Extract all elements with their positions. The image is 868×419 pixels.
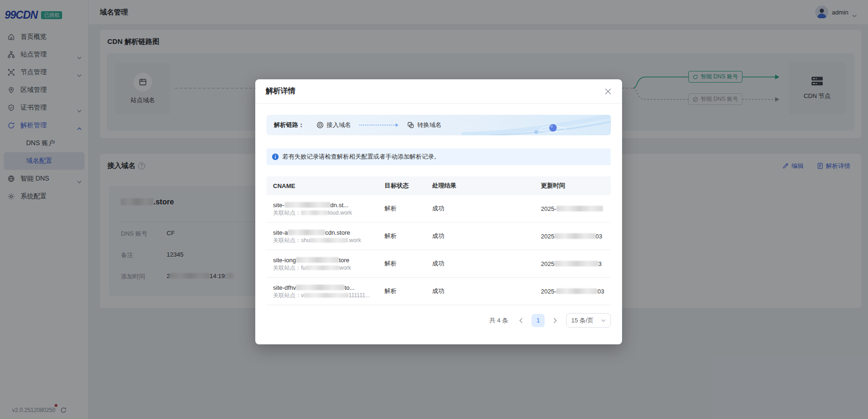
- redacted-text: [304, 293, 349, 298]
- result-cell: 成功: [426, 259, 534, 268]
- redacted-text: [296, 257, 339, 263]
- alert-text: 若有失败记录请检查解析相关配置或者手动添加解析记录。: [282, 153, 440, 161]
- resolution-table: CNAME 目标状态 处理结果 更新时间 site-dn.st... 关联站点：…: [266, 176, 611, 305]
- cname-cell: site-dn.st... 关联站点：loud.work: [266, 201, 378, 216]
- redacted-text: [296, 285, 344, 290]
- info-icon: [272, 154, 279, 160]
- domain-in-icon: [316, 121, 324, 129]
- page-size-select[interactable]: 15 条/页: [566, 313, 611, 328]
- table-row[interactable]: site-acdn.store 关联站点：shul.work 解析 成功 202…: [266, 223, 611, 250]
- redacted-text: [301, 210, 328, 215]
- table-row[interactable]: site-iongtore 关联站点：fuwork 解析 成功 20253: [266, 250, 611, 278]
- domain-transform-icon: [407, 121, 414, 129]
- pagination-total: 共 4 条: [490, 316, 508, 325]
- redacted-text: [556, 288, 597, 294]
- time-cell: 2025-03: [534, 288, 611, 295]
- time-cell: 2025-: [534, 205, 611, 212]
- prev-page-button[interactable]: [515, 314, 527, 327]
- info-alert: 若有失败记录请检查解析相关配置或者手动添加解析记录。: [266, 148, 611, 165]
- table-row[interactable]: site-dn.st... 关联站点：loud.work 解析 成功 2025-: [266, 195, 611, 223]
- result-cell: 成功: [426, 232, 534, 240]
- dotted-arrow: [359, 123, 399, 127]
- close-icon[interactable]: [604, 88, 612, 95]
- redacted-text: [554, 233, 595, 239]
- redacted-text: [310, 238, 346, 243]
- redacted-text: [554, 261, 598, 266]
- cname-cell: site-dfhvto... 关联站点：v111111...: [266, 284, 378, 299]
- modal-header: 解析详情: [255, 79, 622, 104]
- modal-title: 解析详情: [266, 86, 295, 96]
- table-row[interactable]: site-dfhvto... 关联站点：v111111... 解析 成功 202…: [266, 278, 611, 305]
- chevron-down-icon: [601, 319, 606, 322]
- access-domain-item: 接入域名: [316, 121, 351, 129]
- page-number-button[interactable]: 1: [532, 314, 545, 327]
- result-cell: 成功: [426, 204, 534, 213]
- time-cell: 20253: [534, 260, 611, 267]
- table-header: CNAME 目标状态 处理结果 更新时间: [266, 176, 611, 195]
- modal-body: 解析链路： 接入域名 转换域名 若有失败记录请检查解析相关配置或者手动添加解析: [255, 104, 622, 328]
- redacted-text: [288, 230, 325, 235]
- redacted-text: [306, 265, 339, 270]
- redacted-text: [285, 202, 330, 208]
- redacted-text: [556, 206, 603, 211]
- col-header-result: 处理结果: [426, 182, 534, 190]
- status-cell: 解析: [378, 259, 426, 268]
- chain-label: 解析链路：: [274, 121, 304, 129]
- status-cell: 解析: [378, 204, 426, 213]
- cname-cell: site-iongtore 关联站点：fuwork: [266, 256, 378, 272]
- time-cell: 202503: [534, 233, 611, 240]
- pagination: 共 4 条 1 15 条/页: [266, 313, 611, 328]
- status-cell: 解析: [378, 287, 426, 295]
- result-cell: 成功: [426, 287, 534, 295]
- col-header-time: 更新时间: [534, 182, 611, 190]
- next-page-button[interactable]: [549, 314, 561, 327]
- col-header-cname: CNAME: [266, 182, 378, 189]
- transform-domain-item: 转换域名: [407, 121, 441, 129]
- resolution-chain-banner: 解析链路： 接入域名 转换域名: [266, 115, 611, 135]
- cname-cell: site-acdn.store 关联站点：shul.work: [266, 229, 378, 244]
- status-cell: 解析: [378, 232, 426, 240]
- col-header-status: 目标状态: [378, 182, 426, 190]
- resolution-detail-modal: 解析详情 解析链路： 接入域名 转换域名: [255, 79, 622, 344]
- banner-decoration: [462, 115, 611, 135]
